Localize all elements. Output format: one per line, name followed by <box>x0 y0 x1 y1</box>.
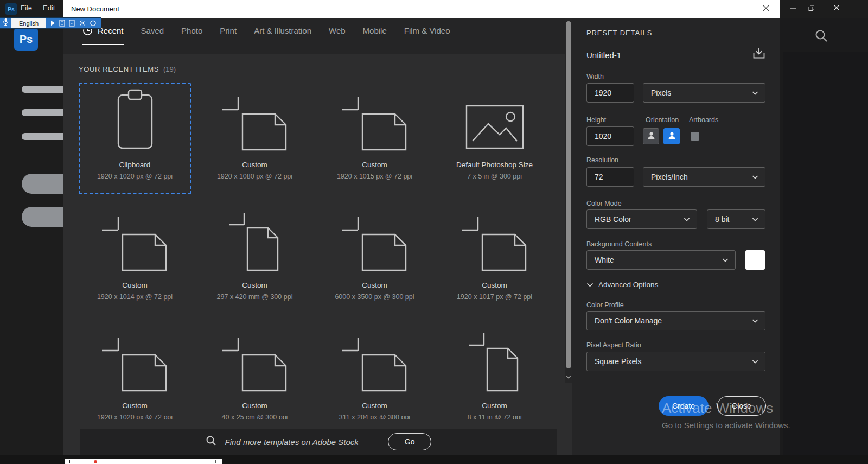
microphone-button[interactable] <box>0 18 11 28</box>
recent-item[interactable]: Custom40 x 25 cm @ 300 ppi <box>199 324 311 419</box>
power-icon[interactable] <box>90 20 97 27</box>
window-minimize-button[interactable] <box>784 2 802 16</box>
adobe-stock-search-bar[interactable]: Find more templates on Adobe Stock Go <box>80 429 557 455</box>
window-restore-button[interactable] <box>803 2 820 16</box>
tab-bar: RecentSavedPhotoPrintArt & IllustrationW… <box>82 26 450 45</box>
recent-item[interactable]: Custom6000 x 3500 px @ 300 ppi <box>318 204 431 315</box>
pixel-aspect-ratio-value: Square Pixels <box>595 357 641 366</box>
download-icon <box>752 47 766 62</box>
image-icon <box>463 86 527 152</box>
color-profile-select[interactable]: Don't Color Manage <box>586 311 765 330</box>
portrait-orientation-icon <box>647 131 656 142</box>
tab-print[interactable]: Print <box>220 26 237 45</box>
document-landscape-icon <box>340 327 410 393</box>
microphone-icon <box>3 18 9 28</box>
width-unit-value: Pixels <box>651 88 671 97</box>
recent-item-dimensions: 1920 x 1017 px @ 72 ppi <box>457 293 532 301</box>
scroll-down-icon[interactable] <box>565 372 572 382</box>
recent-item[interactable]: Custom1920 x 1017 px @ 72 ppi <box>438 204 551 315</box>
tab-saved[interactable]: Saved <box>141 26 164 45</box>
document-icon[interactable] <box>59 20 65 27</box>
minimize-icon <box>790 4 796 14</box>
orientation-portrait-button[interactable] <box>643 128 659 144</box>
home-search-button[interactable] <box>814 29 828 45</box>
language-bar-tools <box>46 18 101 28</box>
close-icon <box>833 4 840 14</box>
go-button[interactable]: Go <box>388 433 432 450</box>
window-close-button[interactable] <box>826 2 847 16</box>
recent-item-dimensions: 8 x 11 in @ 72 ppi <box>467 414 521 419</box>
sidebar-placeholder-button[interactable] <box>22 174 63 194</box>
recent-item[interactable]: Custom1920 x 1014 px @ 72 ppi <box>79 204 191 315</box>
bit-depth-select[interactable]: 8 bit <box>707 209 765 229</box>
tab-photo[interactable]: Photo <box>181 26 202 45</box>
background-contents-label: Background Contents <box>586 240 652 248</box>
preset-details-heading: PRESET DETAILS <box>586 29 652 37</box>
artboards-checkbox[interactable] <box>691 132 699 141</box>
home-sidebar: Ps <box>0 18 63 464</box>
recent-item-dimensions: 7 x 5 in @ 300 ppi <box>467 173 522 180</box>
restore-icon <box>808 4 815 14</box>
recent-item[interactable]: Custom1920 x 1015 px @ 72 ppi <box>318 83 431 194</box>
recent-item[interactable]: Clipboard1920 x 1020 px @ 72 ppi <box>79 83 191 194</box>
document-landscape-icon <box>459 206 530 272</box>
tab-mobile[interactable]: Mobile <box>363 26 387 45</box>
artboards-label: Artboards <box>689 116 718 124</box>
resolution-unit-select[interactable]: Pixels/Inch <box>643 167 765 187</box>
recent-items-section: YOUR RECENT ITEMS(19) Clipboard1920 x 10… <box>63 54 564 419</box>
document-landscape-icon <box>220 86 290 152</box>
notepad-icon[interactable] <box>69 20 75 27</box>
width-unit-select[interactable]: Pixels <box>643 83 765 103</box>
dialog-close-button[interactable] <box>757 0 775 18</box>
document-landscape-icon <box>340 86 410 152</box>
resolution-label: Resolution <box>586 156 618 164</box>
stock-search-placeholder[interactable]: Find more templates on Adobe Stock <box>225 437 359 447</box>
menu-edit[interactable]: Edit <box>43 4 55 12</box>
recent-item-title: Custom <box>242 402 267 410</box>
tab-label: Recent <box>98 26 124 35</box>
orientation-landscape-button[interactable] <box>663 128 680 144</box>
recent-item[interactable]: Custom1920 x 1080 px @ 72 ppi <box>199 83 311 194</box>
background-color-swatch[interactable] <box>745 250 765 270</box>
recent-item[interactable]: Custom8 x 11 in @ 72 ppi <box>438 324 551 419</box>
resolution-input[interactable] <box>586 167 634 187</box>
language-bar: English <box>0 18 101 28</box>
document-name-input[interactable] <box>586 47 749 63</box>
save-preset-button[interactable] <box>751 46 767 62</box>
recent-item[interactable]: Custom297 x 420 mm @ 300 ppi <box>199 204 311 315</box>
pixel-aspect-ratio-select[interactable]: Square Pixels <box>586 352 765 371</box>
dialog-title-bar: New Document <box>63 0 780 18</box>
gear-icon[interactable] <box>79 20 86 27</box>
recent-item-title: Custom <box>122 402 148 410</box>
recent-item[interactable]: Default Photoshop Size7 x 5 in @ 300 ppi <box>438 83 551 194</box>
landscape-orientation-icon <box>667 131 676 142</box>
scrollbar-thumb[interactable] <box>566 21 571 368</box>
chevron-down-icon <box>752 175 758 179</box>
advanced-options-toggle[interactable]: Advanced Options <box>586 281 658 289</box>
recent-item-title: Custom <box>242 161 267 169</box>
close-button[interactable]: Close <box>717 396 766 416</box>
height-input[interactable] <box>586 126 634 146</box>
tab-recent[interactable]: Recent <box>82 26 124 45</box>
tab-label: Print <box>220 26 237 35</box>
create-button[interactable]: Create <box>659 396 709 416</box>
color-mode-select[interactable]: RGB Color <box>586 209 697 229</box>
tab-web[interactable]: Web <box>329 26 346 45</box>
menu-file[interactable]: File <box>21 4 32 12</box>
recent-item-dimensions: 1920 x 1020 px @ 72 ppi <box>97 414 173 419</box>
vertical-scrollbar[interactable] <box>565 18 572 383</box>
document-landscape-icon <box>340 206 410 272</box>
tab-art-illustration[interactable]: Art & Illustration <box>254 26 311 45</box>
recent-item[interactable]: Custom1920 x 1020 px @ 72 ppi <box>79 324 191 419</box>
recent-item[interactable]: Custom311 x 204 px @ 300 ppi <box>318 324 431 419</box>
recent-item-title: Custom <box>482 402 507 410</box>
advanced-options-label: Advanced Options <box>598 281 658 289</box>
language-label[interactable]: English <box>11 18 46 28</box>
photoshop-app-icon: Ps <box>5 3 17 15</box>
width-input[interactable] <box>586 83 634 103</box>
sidebar-placeholder-button[interactable] <box>22 207 63 227</box>
preset-details-panel: PRESET DETAILS Width Pixels Height Orien… <box>572 18 780 455</box>
play-icon[interactable] <box>50 20 55 26</box>
tab-film-video[interactable]: Film & Video <box>404 26 450 45</box>
background-contents-select[interactable]: White <box>586 250 736 270</box>
